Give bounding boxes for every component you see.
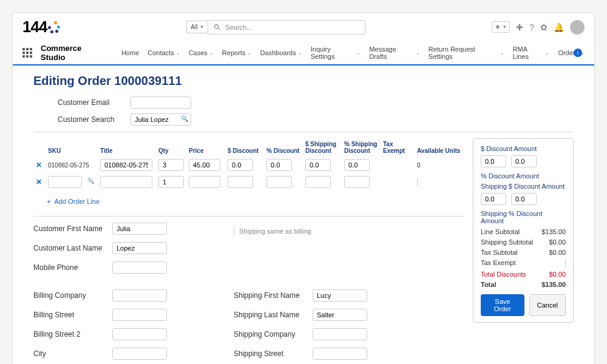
shipping-first-label: Shipping First Name xyxy=(234,291,313,300)
city-label: City xyxy=(33,349,112,358)
gear-icon[interactable]: ✿ xyxy=(540,22,548,32)
pct-discount-input[interactable] xyxy=(266,176,292,188)
shipping-first-input[interactable] xyxy=(313,289,367,302)
tax-subtotal-label: Tax Subtotal xyxy=(481,249,518,256)
qty-input[interactable] xyxy=(158,159,184,171)
dollar-discount-input[interactable] xyxy=(228,176,253,188)
shipping-last-input[interactable] xyxy=(313,309,367,321)
divider xyxy=(417,178,418,186)
qty-input[interactable] xyxy=(158,176,184,188)
logo-text: 144 xyxy=(22,18,47,36)
customer-last-input[interactable] xyxy=(112,242,167,254)
global-search: All ▼ Search... xyxy=(186,20,365,35)
dollar-discount-label: $ Discount Amount xyxy=(481,145,566,152)
info-icon[interactable]: i xyxy=(574,49,582,57)
billing-street-label: Billing Street xyxy=(33,311,112,319)
ship-dollar-discount-1[interactable] xyxy=(481,193,506,205)
search-icon: 🔍 xyxy=(87,178,94,184)
total-label: Total xyxy=(481,281,496,288)
add-order-line-button[interactable]: + Add Order Line xyxy=(47,198,464,205)
pct-discount-label: % Discount Amount xyxy=(481,172,566,180)
customer-first-input[interactable] xyxy=(112,223,167,235)
global-header: 144 All ▼ Search... ★▼ ✚ ? ✿ � xyxy=(13,13,594,41)
search-icon: 🔍 xyxy=(181,115,188,122)
total-value: $135.00 xyxy=(541,281,566,288)
plus-icon: + xyxy=(47,198,50,205)
divider xyxy=(565,259,566,268)
mobile-input[interactable] xyxy=(112,261,167,274)
title-input[interactable] xyxy=(100,176,152,188)
price-input[interactable] xyxy=(189,176,220,188)
search-scope-dropdown[interactable]: All ▼ xyxy=(186,21,208,33)
customer-email-input[interactable] xyxy=(131,96,191,109)
nav-inquiry[interactable]: Inquiry Settings⌄ xyxy=(311,46,361,60)
summary-panel: $ Discount Amount % Discount Amount Ship… xyxy=(473,138,574,323)
shipping-last-label: Shipping Last Name xyxy=(234,311,313,319)
bell-icon[interactable]: 🔔 xyxy=(554,22,564,32)
search-input[interactable]: Search... xyxy=(208,20,365,35)
nav-cases[interactable]: Cases⌄ xyxy=(189,49,214,56)
ship-dollar-discount-2[interactable] xyxy=(511,193,537,205)
search-icon xyxy=(213,23,222,32)
customer-email-label: Customer Email xyxy=(58,98,131,107)
nav-message-drafts[interactable]: Message Drafts⌄ xyxy=(369,46,420,60)
cancel-button[interactable]: Cancel xyxy=(529,294,566,316)
shipping-company-input[interactable] xyxy=(313,328,367,340)
ship-pct-discount-input[interactable] xyxy=(344,176,370,188)
caret-down-icon: ▼ xyxy=(199,24,204,30)
tax-exempt-label: Tax Exempt xyxy=(481,259,515,268)
sku-search-input[interactable] xyxy=(48,176,82,188)
favorites-button[interactable]: ★▼ xyxy=(492,21,510,33)
shipping-street-label: Shipping Street xyxy=(234,349,313,358)
customer-last-label: Customer Last Name xyxy=(33,244,112,252)
remove-line-button[interactable]: ✕ xyxy=(33,178,44,186)
logo: 144 xyxy=(22,18,60,36)
city-input[interactable] xyxy=(112,348,167,360)
nav-contacts[interactable]: Contacts⌄ xyxy=(148,49,180,56)
tax-subtotal-value: $0.00 xyxy=(549,249,566,256)
add-icon[interactable]: ✚ xyxy=(516,22,523,32)
shipping-subtotal-value: $0.00 xyxy=(549,238,566,246)
billing-company-input[interactable] xyxy=(112,289,167,302)
dollar-discount-input[interactable] xyxy=(228,159,253,171)
line-subtotal-label: Line Subtotal xyxy=(481,228,520,235)
header-actions: ★▼ ✚ ? ✿ 🔔 xyxy=(492,20,585,35)
price-input[interactable] xyxy=(189,159,220,171)
page-title: Editing Order 1000039111 xyxy=(33,74,574,88)
dollar-discount-1[interactable] xyxy=(481,155,506,167)
nav-reports[interactable]: Reports⌄ xyxy=(222,49,252,56)
nav-return-request[interactable]: Return Request Settings⌄ xyxy=(429,46,504,60)
total-discounts-value: $0.00 xyxy=(549,271,566,278)
app-launcher-icon[interactable] xyxy=(22,48,32,58)
title-input[interactable] xyxy=(100,159,152,171)
help-icon[interactable]: ? xyxy=(529,22,534,32)
nav-dashboards[interactable]: Dashboards⌄ xyxy=(260,49,302,56)
billing-street2-label: Billing Street 2 xyxy=(33,330,112,339)
nav-rma[interactable]: RMA Lines⌄ xyxy=(513,46,550,60)
search-placeholder: Search... xyxy=(225,24,252,31)
remove-line-button[interactable]: ✕ xyxy=(33,161,44,169)
ship-pct-discount-input[interactable] xyxy=(344,159,370,171)
avatar[interactable] xyxy=(570,20,585,35)
customer-first-label: Customer First Name xyxy=(33,224,112,233)
mobile-label: Mobile Phone xyxy=(33,263,112,272)
total-discounts-label: Total Discounts xyxy=(481,271,526,278)
shipping-street-input[interactable] xyxy=(313,348,367,360)
save-order-button[interactable]: Save Order xyxy=(481,294,524,316)
order-lines-table: SKU Title Qty Price $ Discount % Discoun… xyxy=(33,138,464,364)
customer-search-label: Customer Search xyxy=(58,115,131,124)
search-scope-label: All xyxy=(191,24,197,30)
billing-street-input[interactable] xyxy=(112,309,167,321)
main-content: Editing Order 1000039111 Customer Email … xyxy=(13,66,594,364)
app-name: Commerce Studio xyxy=(41,44,106,62)
shipping-same-as-billing: Shipping same as billing xyxy=(234,223,416,240)
billing-street2-input[interactable] xyxy=(112,328,167,340)
logo-dots-icon xyxy=(48,21,60,33)
nav-home[interactable]: Home xyxy=(121,49,139,56)
pct-discount-input[interactable] xyxy=(266,159,292,171)
ship-dollar-discount-label: Shipping $ Discount Amount xyxy=(481,183,566,190)
dollar-discount-2[interactable] xyxy=(511,155,537,167)
ship-dollar-discount-input[interactable] xyxy=(305,176,331,188)
ship-dollar-discount-input[interactable] xyxy=(305,159,331,171)
sku-text: 010882-05-275 xyxy=(48,162,97,169)
